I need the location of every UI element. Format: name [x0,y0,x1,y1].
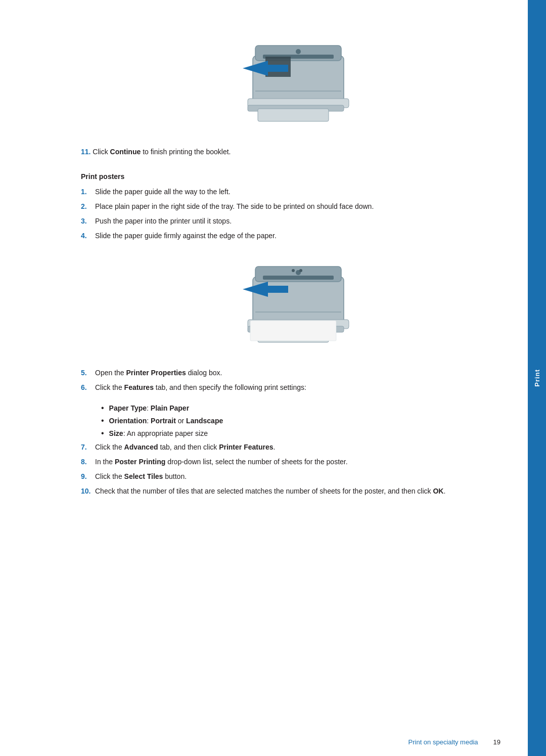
svg-point-9 [296,49,301,54]
svg-rect-15 [250,321,336,341]
step-text: Check that the number of tiles that are … [95,486,506,497]
list-item: 2. Place plain paper in the right side o… [81,201,506,212]
bullet-item: Orientation: Portrait or Landscape [101,416,506,426]
bullet-text: Size: An appropriate paper size [109,428,208,439]
bullet-item: Paper Type: Plain Paper [101,403,506,414]
step-text: Click the Select Tiles button. [95,471,506,482]
step-text: In the Poster Printing drop-down list, s… [95,457,506,467]
list-item: 6. Click the Features tab, and then spec… [81,382,506,393]
list-item: 4. Slide the paper guide firmly against … [81,231,506,241]
svg-rect-16 [263,276,334,280]
step-text: Push the paper into the printer until it… [95,216,506,227]
step-11-text-before: Click [93,148,110,156]
list-item: 1. Slide the paper guide all the way to … [81,187,506,197]
step-11: 11. Click Continue to finish printing th… [81,147,506,157]
step-num: 7. [81,442,95,453]
footer: Print on specialty media 19 [0,738,526,746]
bullet-text: Paper Type: Plain Paper [109,403,189,414]
list-item: 9. Click the Select Tiles button. [81,471,506,482]
list-item: 5. Open the Printer Properties dialog bo… [81,368,506,378]
svg-point-21 [299,269,302,272]
step-num: 1. [81,187,95,197]
bullet-item: Size: An appropriate paper size [101,428,506,439]
step-num: 3. [81,216,95,227]
list-item: 3. Push the paper into the printer until… [81,216,506,227]
side-tab: Print [528,0,546,756]
printer-illustration-bottom [222,251,364,352]
bullet-text: Orientation: Portrait or Landscape [109,416,223,426]
step-11-text-after: to finish printing the booklet. [141,148,231,156]
step-text: Slide the paper guide firmly against the… [95,231,506,241]
side-tab-label: Print [533,369,541,387]
svg-rect-4 [258,109,329,121]
content-area: 11. Click Continue to finish printing th… [81,0,506,497]
print-posters-heading: Print posters [81,172,506,181]
page-container: Print 11. Click Cont [0,0,546,756]
footer-link: Print on specialty media [408,738,478,746]
printer-illustration-top [222,30,364,131]
svg-point-20 [292,269,295,272]
step-text: Click the Features tab, and then specify… [95,382,506,393]
step-num: 2. [81,201,95,212]
step-text: Open the Printer Properties dialog box. [95,368,506,378]
steps-7-10-list: 7. Click the Advanced tab, and then clic… [81,442,506,497]
step-num: 10. [81,486,95,497]
step-num: 9. [81,471,95,482]
step-11-number: 11. [81,148,90,156]
list-item: 7. Click the Advanced tab, and then clic… [81,442,506,453]
step-text: Slide the paper guide all the way to the… [95,187,506,197]
step-text: Place plain paper in the right side of t… [95,201,506,212]
bullet-list: Paper Type: Plain Paper Orientation: Por… [101,403,506,439]
step-num: 5. [81,368,95,378]
footer-page-number: 19 [493,738,500,746]
step-num: 6. [81,382,95,393]
step-num: 8. [81,457,95,467]
step-11-bold: Continue [110,148,141,156]
steps-1-4-list: 1. Slide the paper guide all the way to … [81,187,506,241]
steps-5-10-list: 5. Open the Printer Properties dialog bo… [81,368,506,393]
list-item: 8. In the Poster Printing drop-down list… [81,457,506,467]
step-text: Click the Advanced tab, and then click P… [95,442,506,453]
step-num: 4. [81,231,95,241]
list-item: 10. Check that the number of tiles that … [81,486,506,497]
